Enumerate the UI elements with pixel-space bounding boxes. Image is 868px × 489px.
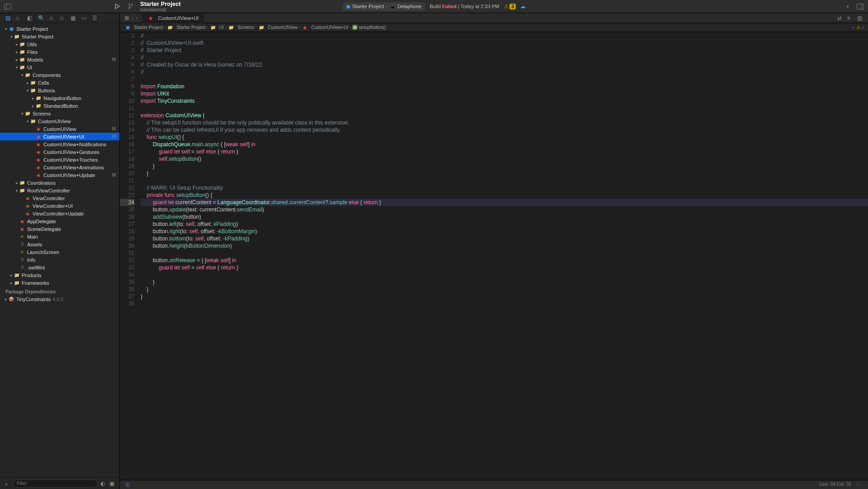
run-button[interactable] [113,2,121,10]
minimap-icon[interactable]: ⇄ [837,15,844,21]
warning-count[interactable]: 3 [510,4,516,10]
tree-item[interactable]: ▸StandardButton [0,102,119,110]
scope-icon[interactable]: ◐ [100,480,107,487]
tree-item[interactable]: ▸Utils [0,40,119,48]
breadcrumb-item[interactable]: UI [210,25,224,30]
debug-console-icon[interactable]: ▥ [125,482,132,488]
tree-item-label: CustomUIView+UI [43,134,84,139]
tree-item-label: CustomUIView [43,126,76,132]
code-content[interactable]: //// CustomUIView+UI.swift// Starter Pro… [138,32,868,480]
tree-item-label: Frameworks [22,280,49,286]
build-status[interactable]: Build Failed | Today at 2:33 PM [430,4,499,9]
breadcrumb-item[interactable]: Starter Project [124,25,163,30]
tree-item[interactable]: CustomUIView+UpdateM [0,171,119,179]
project-nav-icon[interactable]: ▤ [5,15,12,21]
tree-item[interactable]: Info [0,256,119,264]
tree-item-label: SceneDelegate [27,226,61,232]
breadcrumb-item[interactable]: CustomUIView+UI [302,25,348,30]
tree-item[interactable]: CustomUIView+Animations [0,163,119,171]
tree-item[interactable]: ▾Starter Project [0,33,119,40]
tree-item[interactable]: ▾RootViewController [0,187,119,194]
tree-item[interactable]: .swiftlint [0,264,119,271]
tree-item[interactable]: ▾Screens [0,110,119,117]
issue-nav-icon[interactable]: ⚠ [49,15,55,21]
tree-item[interactable]: CustomUIViewM [0,125,119,133]
related-items-icon[interactable]: ▦ [124,15,129,21]
tree-item[interactable]: ▸Products [0,271,119,279]
tree-item-label: CustomUIView+Gestures [43,149,100,155]
bookmark-nav-icon[interactable]: ◧ [27,15,33,21]
modified-badge: M [112,57,116,62]
filter-input[interactable] [13,479,98,488]
tree-item[interactable]: ▾Buttons [0,86,119,94]
tree-item[interactable]: ▾CustomUIView [0,117,119,125]
tree-item[interactable]: ▾UI [0,63,119,71]
destination-label: Delaphone [398,4,422,9]
tree-item-label: CustomUIView+Touches [43,157,98,163]
swift-icon [35,157,42,163]
adjust-icon[interactable]: ≡ [847,15,854,21]
active-tab[interactable]: CustomUIView+UI [142,13,204,23]
scheme-selector[interactable]: Starter Project › 📱 Delaphone [342,2,425,11]
tree-item[interactable]: ▾Components [0,71,119,79]
tree-item[interactable]: LaunchScreen [0,248,119,256]
tree-item[interactable]: ViewController+Update [0,210,119,217]
swift-icon [35,149,42,155]
tree-item[interactable]: ▸Files [0,48,119,56]
tree-item[interactable]: CustomUIView+UIM [0,133,119,140]
chevron-right-icon: ▸ [14,181,19,185]
plist-icon [19,242,25,247]
jump-bar[interactable]: Starter Project›Starter Project›UI›Scree… [120,23,868,32]
tree-item[interactable]: ▸Frameworks [0,279,119,287]
tree-item[interactable]: ▸Coordinators [0,179,119,187]
tree-item[interactable]: CustomUIView+Gestures [0,148,119,156]
tree-item[interactable]: Assets [0,240,119,248]
tree-item-label: ViewController+UI [33,203,73,209]
tree-item-label: Cells [38,80,49,86]
tree-item[interactable]: ▸NavigationButton [0,94,119,102]
debug-nav-icon[interactable]: ▦ [71,15,77,21]
tree-item[interactable]: CustomUIView+Notifications [0,140,119,148]
add-icon[interactable]: ＋ [844,2,852,10]
breadcrumb-item[interactable]: Screens [228,25,254,30]
source-control-nav-icon[interactable]: ⎌ [16,15,23,21]
tree-item[interactable]: ▸Cells [0,79,119,86]
library-icon[interactable] [856,2,864,10]
folder-icon [228,25,234,30]
tree-item[interactable]: Main [0,233,119,240]
add-file-icon[interactable]: ＋ [4,480,10,487]
prev-issue-icon[interactable]: ‹ [853,25,854,30]
folder-icon [24,72,31,78]
package-item[interactable]: ▸ 📦 TinyConstraints 4.0.2 [0,295,119,303]
editor-options-icon[interactable]: ▭ [856,482,863,488]
forward-icon[interactable]: › [136,15,138,21]
issue-warning-icon[interactable]: ⚠ [856,25,860,30]
breakpoint-nav-icon[interactable]: ▭ [81,15,88,21]
split-icon[interactable]: ▥ [857,15,863,21]
back-icon[interactable]: ‹ [132,15,133,21]
swift-icon [35,165,42,170]
tree-root[interactable]: ▾ Starter Project [0,25,119,33]
tree-item[interactable]: ▸ModelsM [0,56,119,63]
code-editor[interactable]: 1234567891011121314151617181920212223242… [120,32,868,480]
tree-item[interactable]: ViewController+UI [0,202,119,210]
tree-item[interactable]: SceneDelegate [0,225,119,233]
swift-icon [24,196,31,201]
breadcrumb-item[interactable]: Starter Project [167,25,205,30]
project-title-block[interactable]: Starter Project tutorial/email [140,0,181,12]
sidebar-toggle-icon[interactable] [4,2,12,10]
test-nav-icon[interactable]: ◇ [60,15,66,21]
tree-item[interactable]: ViewController [0,194,119,202]
breadcrumb-item[interactable]: MsetupButton() [352,25,386,30]
tree-item[interactable]: AppDelegate [0,217,119,225]
tree-item[interactable]: CustomUIView+Touches [0,156,119,163]
recent-icon[interactable]: ▣ [109,480,116,487]
find-nav-icon[interactable]: 🔍 [38,15,44,21]
svg-point-2 [129,4,130,5]
branch-icon[interactable] [127,2,135,10]
tree-item-label: .swiftlint [27,265,45,270]
next-issue-icon[interactable]: › [862,25,863,30]
report-nav-icon[interactable]: ☰ [92,15,99,21]
breadcrumb-item[interactable]: CustomUIView [258,25,298,30]
cloud-icon[interactable]: ☁ [520,3,526,10]
